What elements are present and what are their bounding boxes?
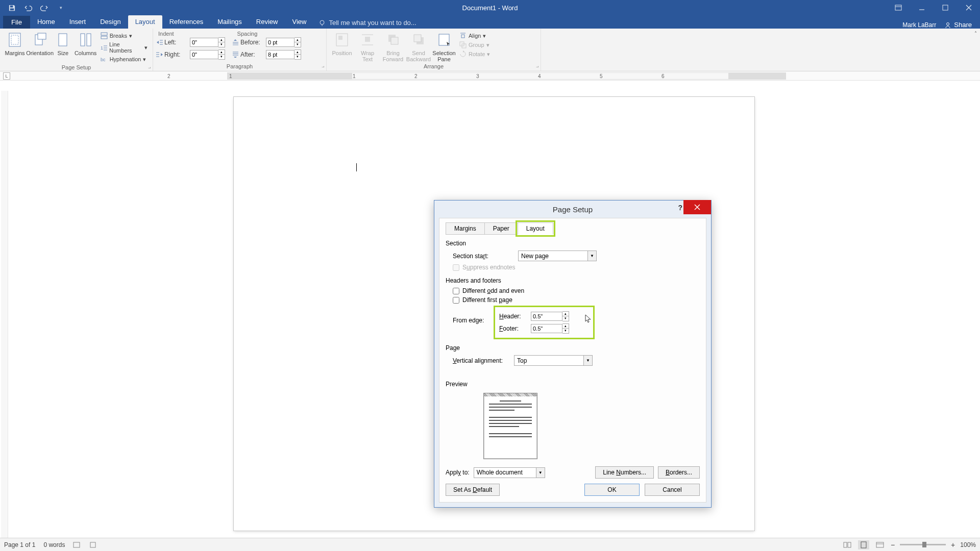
status-bar: Page 1 of 1 0 words − + 100%: [0, 538, 980, 551]
save-icon[interactable]: [7, 3, 16, 12]
tab-review[interactable]: Review: [249, 15, 285, 29]
svg-rect-2: [895, 5, 901, 10]
zoom-level[interactable]: 100%: [960, 541, 976, 548]
undo-icon[interactable]: [23, 3, 33, 12]
zoom-slider[interactable]: [900, 544, 946, 545]
dialog-tab-margins[interactable]: Margins: [446, 222, 485, 235]
footer-distance-input[interactable]: ▴▾: [531, 323, 569, 334]
share-label: Share: [954, 21, 972, 29]
svg-rect-57: [861, 542, 866, 548]
ribbon-display-icon[interactable]: [887, 0, 910, 15]
window-controls: [887, 0, 980, 15]
size-button[interactable]: Size: [53, 30, 72, 63]
columns-button[interactable]: Columns: [74, 30, 97, 63]
read-mode-icon[interactable]: [842, 540, 853, 549]
different-first-page-checkbox[interactable]: [453, 297, 459, 304]
minimize-icon[interactable]: [911, 0, 933, 15]
tab-selector[interactable]: L: [3, 72, 10, 80]
svg-text:bc: bc: [101, 57, 106, 62]
footer-label: Footer:: [499, 325, 527, 332]
tab-view[interactable]: View: [285, 15, 313, 29]
dialog-tab-paper[interactable]: Paper: [484, 222, 518, 235]
svg-rect-58: [876, 542, 884, 547]
tell-me-input[interactable]: [329, 19, 451, 27]
svg-rect-11: [9, 33, 20, 46]
dialog-tab-layout[interactable]: Layout: [518, 222, 553, 235]
spelling-icon[interactable]: [73, 541, 81, 548]
tab-references[interactable]: References: [162, 15, 210, 29]
cancel-button[interactable]: Cancel: [645, 484, 700, 496]
selection-pane-button[interactable]: Selection Pane: [432, 30, 456, 62]
svg-rect-45: [414, 35, 421, 42]
tab-mailings[interactable]: Mailings: [210, 15, 249, 29]
zoom-in-button[interactable]: +: [951, 541, 955, 549]
vertical-alignment-combo[interactable]: Top ▼: [514, 355, 593, 366]
tab-layout[interactable]: Layout: [128, 15, 162, 29]
spacing-header: Spacing: [237, 31, 258, 37]
maximize-icon[interactable]: [934, 0, 957, 15]
svg-text:1: 1: [101, 45, 103, 51]
align-button[interactable]: Align ▾: [457, 32, 492, 40]
dialog-title-bar[interactable]: Page Setup ?: [434, 201, 711, 218]
vertical-ruler[interactable]: [1, 91, 8, 538]
group-label-paragraph: Paragraph: [156, 62, 323, 71]
spacing-before-input[interactable]: ▴▾: [266, 37, 301, 47]
tab-home[interactable]: Home: [30, 15, 62, 29]
close-icon[interactable]: [958, 0, 980, 15]
svg-rect-17: [87, 34, 91, 46]
align-icon: [459, 32, 467, 39]
line-numbers-button[interactable]: Line Numbers...: [595, 466, 654, 479]
group-arrange: Position Wrap Text Bring Forward Send Ba…: [327, 29, 541, 71]
tell-me-search[interactable]: [318, 17, 451, 29]
different-odd-even-checkbox[interactable]: [453, 288, 459, 294]
horizontal-ruler[interactable]: 21123456: [227, 72, 786, 80]
headers-footers-heading: Headers and footers: [446, 275, 700, 286]
indent-left-input[interactable]: ▴▾: [190, 37, 225, 47]
hyphenation-button[interactable]: bcHyphenation ▾: [99, 55, 150, 63]
svg-point-10: [947, 22, 949, 25]
page-count[interactable]: Page 1 of 1: [4, 541, 35, 548]
orientation-button[interactable]: Orientation: [28, 30, 52, 63]
svg-rect-15: [59, 34, 67, 46]
breaks-button[interactable]: Breaks ▾: [99, 32, 150, 40]
chevron-down-icon: ▼: [587, 251, 596, 261]
print-layout-icon[interactable]: [858, 540, 869, 549]
user-name[interactable]: Mark LaBarr: [902, 21, 936, 29]
indent-right-input[interactable]: ▴▾: [190, 49, 225, 60]
from-edge-label: From edge:: [453, 306, 494, 324]
tab-insert[interactable]: Insert: [62, 15, 93, 29]
svg-rect-0: [10, 5, 13, 7]
spacing-after-input[interactable]: ▴▾: [266, 49, 301, 60]
ok-button[interactable]: OK: [584, 484, 640, 496]
word-count[interactable]: 0 words: [43, 541, 65, 548]
borders-button[interactable]: Borders...: [658, 466, 700, 479]
tab-file[interactable]: File: [3, 16, 30, 29]
header-distance-input[interactable]: ▴▾: [531, 311, 569, 321]
rotate-button: Rotate ▾: [457, 50, 492, 58]
indent-right-row: Right: ▴▾: [156, 49, 225, 60]
zoom-out-button[interactable]: −: [891, 541, 895, 549]
svg-point-8: [320, 20, 324, 24]
svg-rect-43: [391, 37, 398, 44]
redo-icon[interactable]: [40, 3, 49, 12]
line-numbers-button[interactable]: 1Line Numbers ▾: [99, 41, 150, 54]
set-as-default-button[interactable]: Set As Default: [446, 484, 500, 496]
svg-rect-56: [848, 542, 851, 547]
share-button[interactable]: Share: [944, 21, 972, 29]
web-layout-icon[interactable]: [874, 540, 886, 549]
section-start-combo[interactable]: New page ▼: [518, 251, 597, 261]
dialog-close-button[interactable]: [683, 200, 711, 214]
suppress-endnotes-checkbox: [453, 264, 459, 271]
position-button: Position: [330, 30, 354, 62]
wrap-text-button: Wrap Text: [355, 30, 380, 62]
qat-customize-icon[interactable]: ▾: [56, 3, 65, 12]
document-area: Page Setup ? Margins Paper Layout Sectio…: [0, 81, 980, 538]
chevron-down-icon: ▼: [583, 356, 592, 365]
margins-button[interactable]: Margins: [3, 30, 27, 63]
apply-to-combo[interactable]: Whole document ▼: [474, 467, 545, 478]
tab-design[interactable]: Design: [93, 15, 128, 29]
dialog-help-icon[interactable]: ?: [678, 204, 682, 212]
macro-icon[interactable]: [89, 541, 97, 548]
collapse-ribbon-icon[interactable]: ˄: [974, 31, 977, 36]
svg-rect-38: [338, 36, 342, 40]
